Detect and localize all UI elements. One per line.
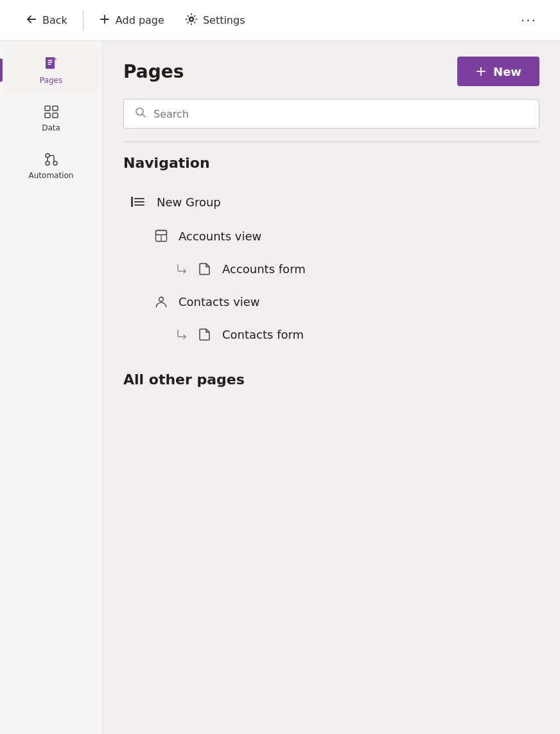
svg-point-19 [159, 297, 164, 301]
svg-point-10 [136, 108, 143, 115]
list-item[interactable]: New Group [123, 184, 539, 220]
page-title: Pages [123, 61, 184, 82]
accounts-view-label: Accounts view [179, 229, 261, 243]
svg-rect-6 [53, 113, 58, 118]
settings-label: Settings [203, 14, 245, 26]
content-header: Pages + New [123, 57, 539, 86]
sidebar-item-automation[interactable]: Automation [4, 143, 98, 188]
navigation-items: New Group Accounts view [123, 184, 539, 351]
search-input[interactable] [153, 108, 529, 120]
sidebar-automation-label: Automation [29, 171, 74, 180]
sidebar: Pages Data [0, 41, 103, 734]
svg-point-9 [53, 161, 57, 165]
svg-point-0 [189, 17, 193, 21]
content-area: Pages + New Navigation [103, 41, 560, 734]
contacts-form-label: Contacts form [222, 328, 304, 341]
new-button[interactable]: + New [457, 57, 539, 86]
gear-icon [185, 13, 198, 28]
toolbar-divider [83, 10, 83, 31]
contact-view-icon [154, 294, 168, 309]
back-label: Back [42, 14, 67, 26]
main-layout: Pages Data [0, 41, 560, 734]
list-item[interactable]: Contacts form [123, 318, 539, 351]
svg-rect-3 [45, 106, 50, 111]
svg-rect-5 [45, 113, 50, 118]
contacts-form-doc-icon [197, 327, 212, 342]
search-icon [134, 106, 147, 121]
data-icon [42, 103, 60, 121]
settings-button[interactable]: Settings [175, 8, 256, 33]
all-other-pages-section: All other pages [123, 371, 539, 388]
contacts-sub-arrow-icon [175, 327, 189, 341]
back-arrow-icon [26, 13, 37, 28]
svg-point-7 [46, 154, 49, 157]
new-group-label: New Group [157, 195, 221, 209]
list-item[interactable]: Contacts view [123, 285, 539, 318]
list-item[interactable]: Accounts view [123, 220, 539, 252]
list-item[interactable]: Accounts form [123, 252, 539, 285]
automation-icon [42, 150, 60, 168]
form-doc-icon [197, 261, 212, 276]
view-icon [154, 229, 168, 243]
group-icon [128, 193, 146, 211]
all-other-pages-heading: All other pages [123, 371, 539, 388]
svg-point-8 [46, 161, 49, 165]
svg-rect-4 [53, 106, 58, 111]
contacts-view-label: Contacts view [179, 295, 260, 309]
svg-rect-16 [156, 231, 167, 235]
pages-icon [42, 55, 60, 73]
add-page-button[interactable]: Add page [89, 8, 175, 33]
new-button-label: New [493, 65, 521, 78]
svg-rect-2 [46, 57, 55, 69]
back-button[interactable]: Back [15, 8, 78, 33]
sidebar-pages-label: Pages [40, 76, 62, 85]
more-button[interactable]: ··· [513, 8, 545, 33]
sidebar-data-label: Data [42, 123, 60, 132]
new-plus-icon: + [475, 64, 487, 78]
sidebar-item-data[interactable]: Data [4, 95, 98, 140]
sidebar-item-pages[interactable]: Pages [4, 48, 98, 93]
svg-rect-11 [131, 197, 133, 207]
accounts-form-label: Accounts form [222, 262, 306, 276]
search-container [123, 99, 539, 129]
navigation-heading: Navigation [123, 155, 539, 171]
sub-arrow-icon [175, 262, 189, 276]
toolbar: Back Add page Settings ··· [0, 0, 560, 41]
plus-icon [99, 13, 110, 28]
section-divider [123, 141, 539, 142]
more-icon: ··· [521, 13, 537, 28]
add-page-label: Add page [116, 14, 164, 26]
